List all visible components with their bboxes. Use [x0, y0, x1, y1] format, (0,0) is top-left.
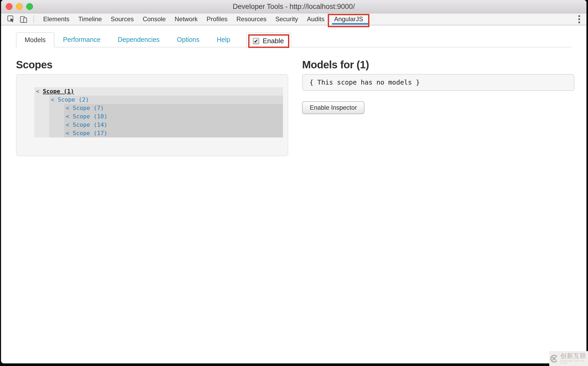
scope-link[interactable]: Scope (17): [73, 130, 107, 136]
scope-tree: < Scope (1)< Scope (2)< Scope (7)< Scope…: [34, 87, 283, 137]
minimize-button[interactable]: [16, 3, 23, 10]
watermark-logo-icon: [549, 353, 558, 364]
annotation-box-enable: ✔ Enable: [248, 34, 289, 48]
inspect-element-icon[interactable]: [7, 15, 15, 23]
enable-checkbox[interactable]: ✔: [253, 38, 259, 44]
tab-angularjs[interactable]: AngularJS: [329, 13, 368, 25]
models-heading: Models for (1): [302, 59, 574, 71]
toolbar-tab-audits[interactable]: Audits: [302, 13, 329, 25]
scope-row: < Scope (14): [64, 121, 283, 129]
scopes-column: Scopes < Scope (1)< Scope (2)< Scope (7)…: [16, 59, 288, 156]
titlebar: Developer Tools - http://localhost:9000/: [1, 0, 586, 13]
scope-caret-icon[interactable]: <: [66, 130, 73, 136]
scopes-heading: Scopes: [16, 59, 288, 71]
scope-caret-icon[interactable]: <: [51, 96, 58, 103]
scopes-panel: < Scope (1)< Scope (2)< Scope (7)< Scope…: [16, 74, 288, 156]
toolbar-tab-network[interactable]: Network: [170, 13, 202, 25]
traffic-lights: [6, 3, 33, 10]
scope-row: < Scope (10): [64, 112, 283, 121]
toolbar-tab-elements[interactable]: Elements: [39, 13, 74, 25]
watermark-text: 创新互联: [560, 353, 588, 359]
scope-link[interactable]: Scope (10): [73, 113, 107, 120]
tab-help[interactable]: Help: [208, 32, 239, 47]
watermark: 创新互联 CHUANG XIN HU LIAN: [549, 351, 588, 366]
devtools-toolbar: ElementsTimelineSourcesConsoleNetworkPro…: [1, 13, 586, 25]
toolbar-tab-profiles[interactable]: Profiles: [202, 13, 232, 25]
overflow-menu-icon[interactable]: [578, 13, 580, 25]
enable-checkbox-label: Enable: [263, 37, 284, 45]
toolbar-tab-security[interactable]: Security: [271, 13, 303, 25]
active-tab-underline: [332, 23, 369, 25]
tab-dependencies[interactable]: Dependencies: [109, 32, 168, 47]
tab-enable: ✔ Enable: [246, 32, 291, 47]
scope-node: < Scope (10): [64, 112, 283, 121]
scope-row: < Scope (7): [64, 104, 283, 112]
batarang-links: PerformanceDependenciesOptionsHelp: [54, 32, 239, 47]
device-toolbar-icon[interactable]: [19, 15, 28, 23]
window-title: Developer Tools - http://localhost:9000/: [1, 0, 586, 13]
toolbar-tab-timeline[interactable]: Timeline: [74, 13, 106, 25]
scope-caret-icon[interactable]: <: [66, 113, 73, 120]
maximize-button[interactable]: [26, 3, 33, 10]
models-empty-box: { This scope has no models }: [302, 74, 574, 91]
toolbar-tab-console[interactable]: Console: [138, 13, 170, 25]
scope-row: < Scope (1): [34, 87, 283, 96]
toolbar-separator: [34, 15, 34, 23]
scope-node: < Scope (17): [64, 129, 283, 137]
toolbar-tab-sources[interactable]: Sources: [106, 13, 138, 25]
watermark-subtext: CHUANG XIN HU LIAN: [560, 360, 588, 364]
tab-performance[interactable]: Performance: [54, 32, 109, 47]
scope-node: < Scope (1)< Scope (2)< Scope (7)< Scope…: [34, 87, 283, 137]
scope-node: < Scope (2)< Scope (7)< Scope (10)< Scop…: [49, 96, 283, 137]
scope-row: < Scope (17): [64, 129, 283, 137]
scope-link[interactable]: Scope (2): [58, 96, 89, 103]
enable-inspector-button[interactable]: Enable Inspector: [302, 101, 364, 114]
scope-row: < Scope (2): [49, 96, 283, 104]
devtools-window: Developer Tools - http://localhost:9000/…: [1, 0, 586, 363]
models-column: Models for (1) { This scope has no model…: [302, 59, 574, 156]
tab-models[interactable]: Models: [16, 32, 54, 47]
scope-caret-icon[interactable]: <: [66, 121, 73, 128]
batarang-tab-bar: Models PerformanceDependenciesOptionsHel…: [16, 32, 572, 47]
scope-caret-icon[interactable]: <: [66, 105, 73, 111]
scope-node: < Scope (14): [64, 121, 283, 129]
tab-options[interactable]: Options: [168, 32, 208, 47]
scope-link[interactable]: Scope (1): [43, 88, 74, 95]
models-empty-message: { This scope has no models }: [309, 79, 420, 86]
scope-link[interactable]: Scope (7): [73, 105, 104, 111]
scope-node: < Scope (7): [64, 104, 283, 112]
tab-angularjs-label: AngularJS: [334, 15, 363, 23]
devtools-tab-strip: ElementsTimelineSourcesConsoleNetworkPro…: [39, 13, 329, 25]
scope-caret-icon[interactable]: <: [36, 88, 43, 95]
scope-link[interactable]: Scope (14): [73, 121, 107, 128]
toolbar-tab-resources[interactable]: Resources: [232, 13, 271, 25]
close-button[interactable]: [6, 3, 13, 10]
